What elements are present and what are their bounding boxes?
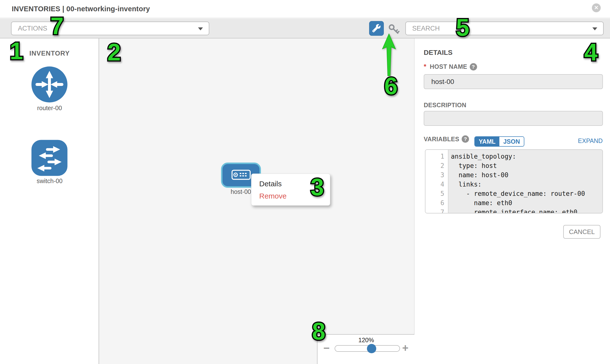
help-icon[interactable]: ? — [462, 135, 469, 143]
topology-canvas[interactable]: host-00 Details Remove 120% − + — [99, 39, 415, 364]
variables-format-toggle: YAML JSON — [474, 136, 524, 147]
host-name-input[interactable]: host-00 — [424, 74, 603, 89]
zoom-slider-thumb[interactable] — [367, 344, 376, 353]
editor-code-area[interactable]: ansible_topology: type: host name: host-… — [448, 150, 602, 213]
wrench-button[interactable] — [369, 21, 384, 36]
menu-item-details[interactable]: Details — [251, 178, 330, 190]
context-menu: Details Remove — [251, 174, 330, 206]
code-line: - remote_device_name: router-00 — [451, 189, 602, 198]
code-line: ansible_topology: — [451, 152, 602, 161]
zoom-slider[interactable] — [335, 345, 400, 352]
inventory-panel: INVENTORY — [0, 39, 99, 364]
router-palette-item[interactable] — [31, 66, 68, 103]
actions-dropdown[interactable]: ACTIONS — [11, 22, 209, 35]
search-dropdown-label: SEARCH — [412, 25, 440, 32]
expand-link[interactable]: EXPAND — [578, 137, 603, 144]
chevron-down-icon — [592, 27, 597, 30]
details-panel-title: DETAILS — [424, 49, 453, 57]
details-panel: DETAILS * HOST NAME ? host-00 DESCRIPTIO… — [415, 39, 610, 364]
code-line: name: host-00 — [451, 170, 602, 180]
code-line: name: eth0 — [451, 198, 602, 208]
page-title: INVENTORIES | 00-networking-inventory — [12, 0, 150, 18]
app-window: INVENTORIES | 00-networking-inventory ✕ … — [0, 0, 610, 364]
switch-palette-item[interactable] — [31, 140, 68, 176]
search-dropdown[interactable]: SEARCH — [405, 22, 604, 35]
code-line: type: host — [451, 161, 602, 170]
router-icon — [31, 99, 68, 104]
json-toggle-button[interactable]: JSON — [499, 137, 524, 146]
chevron-down-icon — [198, 27, 203, 30]
host-name-label: * HOST NAME ? — [424, 63, 477, 70]
switch-icon — [31, 173, 68, 177]
host-icon — [232, 170, 251, 181]
yaml-toggle-button[interactable]: YAML — [475, 137, 499, 146]
description-input[interactable] — [424, 111, 603, 126]
host-node-label: host-00 — [231, 188, 251, 195]
actions-dropdown-label: ACTIONS — [18, 25, 47, 32]
menu-item-remove[interactable]: Remove — [251, 190, 330, 202]
description-label: DESCRIPTION — [424, 102, 466, 109]
toolbar: ACTIONS SEARCH — [0, 19, 610, 39]
zoom-out-button[interactable]: − — [323, 343, 330, 353]
variables-code-editor[interactable]: 1 2 3 4 5 6 7 ansible_topology: type: ho… — [425, 149, 603, 213]
code-line: remote_interface_name: eth0 — [451, 208, 602, 213]
required-marker: * — [424, 63, 427, 70]
switch-palette-label: switch-00 — [0, 178, 99, 184]
inventory-panel-title: INVENTORY — [0, 50, 99, 57]
code-line: links: — [451, 180, 602, 189]
zoom-percent-value: 120% — [317, 337, 415, 344]
close-icon[interactable]: ✕ — [592, 3, 601, 12]
variables-label: VARIABLES ? — [424, 135, 469, 143]
help-icon[interactable]: ? — [470, 63, 477, 70]
editor-line-numbers: 1 2 3 4 5 6 7 — [426, 150, 448, 213]
zoom-in-button[interactable]: + — [402, 343, 409, 353]
main-body: INVENTORY — [0, 39, 610, 364]
router-palette-label: router-00 — [0, 104, 99, 112]
wrench-icon — [372, 24, 381, 33]
zoom-control: 120% − + — [317, 334, 415, 364]
cancel-button[interactable]: CANCEL — [563, 225, 600, 239]
title-bar: INVENTORIES | 00-networking-inventory ✕ — [0, 0, 610, 18]
key-icon[interactable] — [388, 23, 401, 35]
